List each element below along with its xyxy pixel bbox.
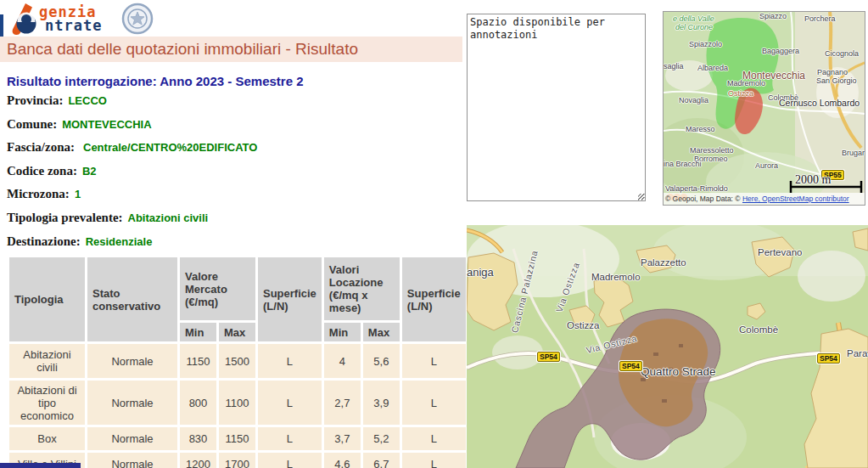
map-attribution: © Geopoi, Map Data: © Here, OpenStreetMa… — [664, 193, 865, 205]
map-label: Spiazzo — [759, 12, 787, 20]
col-header-max: Max — [219, 323, 255, 341]
field-value: B2 — [82, 165, 97, 178]
overview-map[interactable]: e della Valle del Curone Spiazzo Porcher… — [663, 11, 865, 206]
cell-superficie-1: L — [258, 344, 322, 378]
cell-superficie-2: L — [402, 344, 466, 378]
map-label: Colombè — [739, 324, 778, 335]
state-emblem-icon — [120, 2, 154, 36]
field-label: Comune: — [7, 117, 57, 131]
attribution-links[interactable]: Here, OpenStreetMap contributor — [742, 195, 849, 203]
col-header-tipologia: Tipologia — [9, 257, 85, 341]
map-label: Pertevano — [758, 247, 802, 257]
map-label: Ostizza — [728, 89, 753, 98]
table-row: Abitazioni di tipo economico Normale 800… — [9, 381, 466, 425]
cell-vm-min: 830 — [180, 427, 216, 450]
result-fields: Provincia:LECCO Comune:MONTEVECCHIA Fasc… — [7, 93, 465, 257]
field-label: Destinazione: — [7, 234, 81, 248]
cell-vm-max: 1500 — [219, 344, 255, 378]
map-label: Porchera — [804, 14, 836, 23]
agenzia-entrate-mark-icon — [10, 2, 39, 36]
map-label: Spiazzolo — [689, 40, 722, 48]
field-tipologia-prevalente: Tipologia prevalente:Abitazioni civili — [7, 211, 465, 234]
cell-vm-min: 1150 — [180, 344, 216, 378]
agenzia-entrate-logo[interactable]: genzia ntrate — [5, 2, 158, 37]
field-value: 1 — [75, 188, 81, 200]
page-title-banner: Banca dati delle quotazioni immobiliari … — [0, 37, 462, 62]
cell-tipologia: Box — [9, 427, 85, 450]
cell-superficie-1: L — [258, 453, 322, 468]
map-label: Maressoletto — [690, 146, 734, 155]
road-shield-sp54: SP54 — [537, 352, 560, 362]
cell-superficie-2: L — [402, 453, 466, 468]
map-label: San Giorgio — [816, 76, 857, 85]
cell-vl-min: 2,7 — [324, 381, 361, 425]
map-label: Pagnano — [817, 68, 848, 76]
map-label: Cernusco Lombardo — [779, 98, 860, 108]
map-label: del Curone — [675, 23, 713, 31]
col-header-valore-mercato: Valore Mercato (€/mq) — [180, 257, 255, 320]
cell-vm-max: 1700 — [219, 453, 255, 468]
map-label: Novaglia — [679, 96, 708, 104]
cell-vm-max: 1100 — [219, 381, 255, 425]
map-label: Albareda — [697, 64, 728, 72]
map-label: Aurora — [755, 161, 778, 170]
table-row: Box Normale 830 1150 L 3,7 5,2 L — [9, 427, 466, 450]
cell-vl-max: 5,2 — [363, 427, 400, 450]
cell-vm-min: 1200 — [180, 453, 216, 468]
field-value: Abitazioni civili — [128, 211, 209, 224]
field-label: Provincia: — [7, 93, 63, 107]
field-label: Microzona: — [7, 187, 70, 200]
table-row: Abitazioni civili Normale 1150 1500 L 4 … — [9, 344, 466, 378]
cell-stato: Normale — [87, 344, 177, 378]
field-value: Residenziale — [86, 235, 153, 248]
map-label: ina Bracchi — [664, 160, 702, 168]
quotations-table: Tipologia Stato conservativo Valore Merc… — [7, 255, 468, 468]
map-label: Bagaggera — [762, 47, 799, 55]
detail-map[interactable]: aniga Cascina Palazzina Via Ostizza Madr… — [467, 225, 868, 468]
map-label: Madremolo — [591, 272, 641, 282]
result-title: Risultato interrogazione: Anno 2023 - Se… — [7, 74, 304, 88]
cell-vm-max: 1150 — [219, 427, 255, 450]
col-header-min: Min — [180, 323, 216, 341]
field-value: LECCO — [68, 94, 107, 107]
field-fascia-zona: Fascia/zona:Centrale/CENTRO%20EDIFICATO — [7, 140, 465, 164]
col-header-min: Min — [324, 323, 361, 341]
page-title: Banca dati delle quotazioni immobiliari … — [7, 40, 358, 58]
map-label: Madremolo — [727, 79, 765, 87]
bottom-partial-bar — [0, 463, 81, 468]
field-comune: Comune:MONTEVECCHIA — [7, 117, 465, 141]
annotations-textarea[interactable]: Spazio disponibile per annotazioni — [467, 14, 646, 201]
map-label: aniga — [467, 266, 494, 279]
cell-vm-min: 800 — [180, 381, 216, 425]
cell-superficie-1: L — [258, 427, 322, 450]
col-header-stato: Stato conservativo — [87, 257, 177, 341]
cell-stato: Normale — [87, 453, 177, 468]
road-shield-sp54: SP54 — [619, 361, 642, 371]
road-shield-sp54: SP54 — [817, 353, 840, 364]
field-codice-zona: Codice zona:B2 — [7, 164, 465, 188]
cell-superficie-2: L — [402, 427, 466, 450]
map-label: Parav — [847, 348, 868, 358]
map-label: Quattro Strade — [641, 365, 716, 378]
cell-vl-max: 5,6 — [363, 344, 400, 378]
cell-superficie-2: L — [402, 381, 466, 425]
col-header-valori-locazione: Valori Locazione (€/mq x mese) — [324, 257, 400, 320]
col-header-superficie-2: Superficie (L/N) — [402, 257, 466, 341]
scale-label: 2000 m — [795, 173, 831, 187]
map-label: Cicognola — [825, 49, 859, 58]
cell-vl-min: 4 — [324, 344, 361, 378]
field-label: Fascia/zona: — [7, 140, 75, 154]
cell-stato: Normale — [87, 427, 177, 450]
map-label: e della Valle — [673, 14, 714, 23]
map-label: Valaperta-Rimoldo — [665, 184, 728, 193]
field-microzona: Microzona:1 — [7, 187, 465, 211]
textarea-resize-handle-icon[interactable] — [638, 194, 646, 201]
cell-vl-max: 3,9 — [363, 381, 400, 425]
logo-word-entrate: ntrate — [45, 17, 102, 34]
cell-vl-min: 3,7 — [324, 427, 361, 450]
field-label: Tipologia prevalente: — [7, 211, 123, 224]
cell-vl-max: 6,7 — [363, 453, 400, 468]
attribution-text: © Geopoi, Map Data: © — [665, 195, 742, 203]
field-label: Codice zona: — [7, 164, 77, 178]
field-value: Centrale/CENTRO%20EDIFICATO — [83, 141, 257, 154]
